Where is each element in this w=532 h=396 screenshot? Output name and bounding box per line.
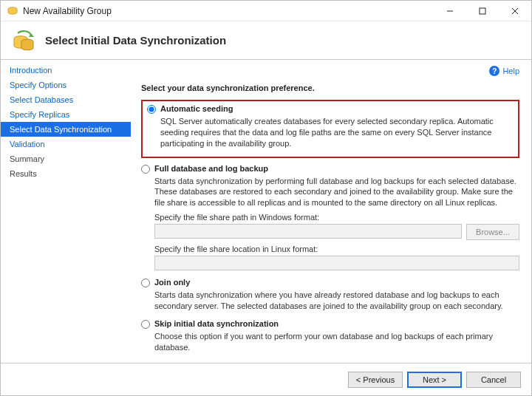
help-icon: ? xyxy=(489,66,499,76)
help-label: Help xyxy=(502,66,519,75)
label-share-windows: Specify the file share path in Windows f… xyxy=(154,213,519,222)
label-share-linux: Specify the file share location in Linux… xyxy=(154,245,519,253)
wizard-footer: < Previous Next > Cancel xyxy=(1,363,531,395)
help-link[interactable]: ? Help xyxy=(489,66,519,76)
desc-skip-sync: Choose this option if you want to perfor… xyxy=(154,331,519,353)
label-full-backup: Full database and log backup xyxy=(154,164,268,173)
content-intro: Select your data synchronization prefere… xyxy=(141,83,519,92)
radio-automatic-seeding[interactable] xyxy=(147,105,156,114)
desc-automatic-seeding: SQL Server automatically creates databas… xyxy=(160,116,514,149)
sidebar-item-select-databases[interactable]: Select Databases xyxy=(1,92,131,107)
desc-full-backup: Starts data synchronization by performin… xyxy=(154,176,519,209)
close-button[interactable] xyxy=(499,1,531,21)
sidebar-item-introduction[interactable]: Introduction xyxy=(1,63,131,78)
sidebar-item-summary: Summary xyxy=(1,151,131,166)
sidebar-item-specify-options[interactable]: Specify Options xyxy=(1,78,131,92)
desc-join-only: Starts data synchronization where you ha… xyxy=(154,290,519,312)
svg-rect-2 xyxy=(480,8,485,14)
radio-full-backup[interactable] xyxy=(141,165,150,174)
label-join-only: Join only xyxy=(154,278,190,287)
sidebar-item-select-data-sync[interactable]: Select Data Synchronization xyxy=(1,122,131,137)
radio-skip-sync[interactable] xyxy=(141,320,150,329)
label-automatic-seeding: Automatic seeding xyxy=(160,104,233,113)
browse-button[interactable]: Browse... xyxy=(466,224,519,240)
maximize-button[interactable] xyxy=(466,1,499,21)
wizard-sidebar: Introduction Specify Options Select Data… xyxy=(1,60,131,363)
previous-button[interactable]: < Previous xyxy=(348,372,403,388)
wizard-body: Introduction Specify Options Select Data… xyxy=(1,60,531,363)
input-share-windows[interactable] xyxy=(154,224,462,239)
next-button[interactable]: Next > xyxy=(407,372,462,388)
window-controls xyxy=(434,1,531,21)
radio-join-only[interactable] xyxy=(141,279,150,287)
titlebar: New Availability Group xyxy=(1,1,531,21)
app-icon xyxy=(7,5,18,17)
sidebar-item-results: Results xyxy=(1,166,131,181)
label-skip-sync: Skip initial data synchronization xyxy=(154,319,279,328)
wizard-header: Select Initial Data Synchronization xyxy=(1,21,531,60)
sidebar-item-specify-replicas[interactable]: Specify Replicas xyxy=(1,107,131,122)
wizard-content: ? Help Select your data synchronization … xyxy=(131,60,531,363)
minimize-button[interactable] xyxy=(434,1,466,21)
window-title: New Availability Group xyxy=(23,6,434,16)
highlight-automatic-seeding: Automatic seeding SQL Server automatical… xyxy=(141,100,519,158)
wizard-icon xyxy=(11,28,36,53)
input-share-linux[interactable] xyxy=(154,256,519,270)
page-title: Select Initial Data Synchronization xyxy=(45,34,226,47)
sidebar-item-validation[interactable]: Validation xyxy=(1,137,131,151)
cancel-button[interactable]: Cancel xyxy=(466,372,521,388)
